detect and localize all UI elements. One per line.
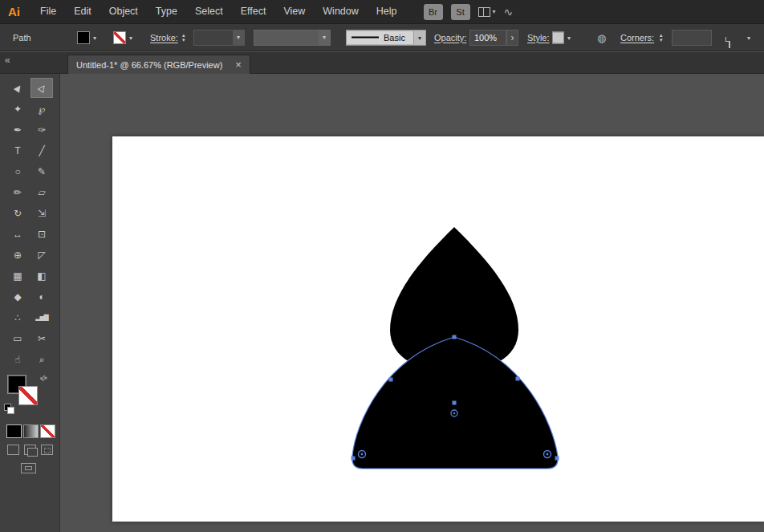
style-dropdown-icon[interactable]: ▾ <box>567 34 571 41</box>
eyedropper-tool[interactable]: ◆ <box>6 286 29 307</box>
default-fill-stroke-icon[interactable] <box>5 404 14 414</box>
opacity-input[interactable]: 100% <box>469 30 506 46</box>
shape-builder-tool[interactable]: ⊕ <box>6 245 29 265</box>
tools-panel: ▶ ▷ ✦ ℘ ✒ ✑ T ╱ ○ ✎ ✏ ▱ <box>0 74 60 532</box>
fill-dropdown-icon[interactable]: ▾ <box>93 34 96 41</box>
brush-definition-value: Basic <box>384 33 405 43</box>
none-button[interactable] <box>41 425 55 437</box>
menu-item-effect[interactable]: Effect <box>232 0 275 23</box>
tools-grid: ▶ ▷ ✦ ℘ ✒ ✑ T ╱ ○ ✎ ✏ ▱ <box>6 78 53 369</box>
perspective-grid-tool[interactable]: ◸ <box>30 245 53 265</box>
type-tool[interactable]: T <box>6 140 29 160</box>
rotate-tool[interactable]: ↻ <box>6 203 29 223</box>
blend-tool[interactable]: ◐ <box>30 286 53 307</box>
free-transform-tool[interactable]: ⊡ <box>30 224 53 244</box>
artboard-tool[interactable]: ▭ <box>6 328 29 348</box>
scale-tool[interactable]: ⇲ <box>30 203 53 223</box>
selection-type-label: Path <box>13 33 31 43</box>
chevron-down-icon: ▾ <box>493 8 496 15</box>
brush-definition-combo[interactable]: Basic ▾ <box>346 30 426 45</box>
illustrator-window: Ai FileEditObjectTypeSelectEffectViewWin… <box>0 0 764 532</box>
canvas-area[interactable] <box>61 74 764 532</box>
opacity-label[interactable]: Opacity: <box>434 33 466 43</box>
draw-behind-button[interactable] <box>24 445 36 455</box>
paintbrush-tool[interactable]: ✎ <box>30 161 53 181</box>
app-logo: Ai <box>8 5 20 18</box>
direct-selection-tool[interactable]: ▷ <box>30 78 53 98</box>
workspace-layout-icon <box>478 7 490 17</box>
magic-wand-tool[interactable]: ✦ <box>6 99 29 119</box>
pencil-tool[interactable]: ✏ <box>6 182 29 202</box>
width-profile-combo: ▾ <box>254 30 331 46</box>
lasso-tool[interactable]: ℘ <box>30 99 53 119</box>
stroke-weight-stepper[interactable]: ▴▾ <box>182 33 185 43</box>
style-swatch[interactable] <box>552 31 564 43</box>
ellipse-tool[interactable]: ○ <box>6 161 29 181</box>
stroke-dropdown-icon[interactable]: ▾ <box>129 34 132 41</box>
stroke-color-swatch[interactable] <box>19 387 37 404</box>
line-segment-tool[interactable]: ╱ <box>30 140 53 160</box>
draw-inside-button[interactable] <box>41 445 53 455</box>
gradient-tool[interactable]: ◧ <box>30 266 53 286</box>
style-label[interactable]: Style: <box>527 33 550 43</box>
document-tab[interactable]: Untitled-1* @ 66.67% (RGB/Preview) × <box>67 55 250 74</box>
menu-item-window[interactable]: Window <box>314 0 367 23</box>
column-graph-tool[interactable]: ▂▅▇ <box>30 307 53 327</box>
center-point-dot <box>453 412 456 415</box>
chevron-down-icon[interactable]: ▾ <box>233 30 244 45</box>
document-tab-bar: « Untitled-1* @ 66.67% (RGB/Preview) × <box>0 52 764 74</box>
slice-tool[interactable]: ✂ <box>30 328 53 348</box>
corners-stepper[interactable]: ▴▾ <box>660 33 663 43</box>
chevron-down-icon[interactable]: ▾ <box>747 34 750 41</box>
close-icon[interactable]: × <box>235 59 242 70</box>
menu-item-view[interactable]: View <box>274 0 314 23</box>
document-setup-globe-icon[interactable]: ◍ <box>597 31 606 43</box>
brush-stroke-preview-icon <box>352 37 379 39</box>
color-button[interactable] <box>7 425 21 437</box>
menu-item-type[interactable]: Type <box>147 0 186 23</box>
eraser-tool[interactable]: ▱ <box>30 182 53 202</box>
mesh-tool[interactable]: ▦ <box>6 266 29 286</box>
stroke-weight-combo[interactable]: ▾ <box>193 30 245 46</box>
opacity-chevron-button[interactable]: › <box>506 30 518 46</box>
menu-items: FileEditObjectTypeSelectEffectViewWindow… <box>31 0 406 23</box>
panel-collapse-icon[interactable]: « <box>5 55 10 66</box>
corners-input[interactable] <box>672 30 712 46</box>
menu-bar: Ai FileEditObjectTypeSelectEffectViewWin… <box>0 0 764 23</box>
drawing-mode-buttons <box>0 445 59 455</box>
swap-fill-stroke-icon[interactable]: ⇵ <box>38 373 49 384</box>
menu-item-object[interactable]: Object <box>100 0 147 23</box>
stroke-swatch[interactable] <box>113 31 126 44</box>
chevron-down-icon[interactable]: ▾ <box>413 30 425 44</box>
stroke-weight-label[interactable]: Stroke: <box>150 33 178 43</box>
menu-item-select[interactable]: Select <box>186 0 232 23</box>
selection-tool[interactable]: ▶ <box>6 78 29 98</box>
fill-stroke-indicator: ⇵ <box>0 374 59 419</box>
menu-item-edit[interactable]: Edit <box>65 0 100 23</box>
menu-item-help[interactable]: Help <box>368 0 406 23</box>
artboard-options-icon[interactable] <box>729 37 730 48</box>
fill-swatch[interactable] <box>77 31 90 44</box>
gradient-button[interactable] <box>24 425 38 437</box>
zoom-tool[interactable]: ⌕ <box>30 349 53 369</box>
control-bar: Path ▾ ▾ Stroke: ▴▾ ▾ ▾ Basic ▾ Opacity:… <box>0 23 764 51</box>
workspace-switcher[interactable]: ▾ <box>478 7 496 17</box>
gesture-icon[interactable]: ∿ <box>504 6 514 18</box>
menu-item-file[interactable]: File <box>31 0 65 23</box>
pen-tool[interactable]: ✒ <box>6 120 29 140</box>
document-tab-title: Untitled-1* @ 66.67% (RGB/Preview) <box>76 60 222 70</box>
width-tool[interactable]: ↔ <box>6 224 29 244</box>
screen-mode-button[interactable] <box>21 463 36 473</box>
st-panel-button[interactable]: St <box>451 4 470 20</box>
symbol-sprayer-tool[interactable]: ∴ <box>6 307 29 327</box>
hand-tool[interactable]: ☝ <box>6 349 29 369</box>
chevron-down-icon: ▾ <box>319 30 330 45</box>
color-mode-buttons <box>0 425 59 437</box>
draw-normal-button[interactable] <box>7 445 19 455</box>
corners-label[interactable]: Corners: <box>620 33 654 43</box>
br-panel-button[interactable]: Br <box>424 4 443 20</box>
artwork-layer <box>61 74 764 532</box>
curvature-tool[interactable]: ✑ <box>30 120 53 140</box>
